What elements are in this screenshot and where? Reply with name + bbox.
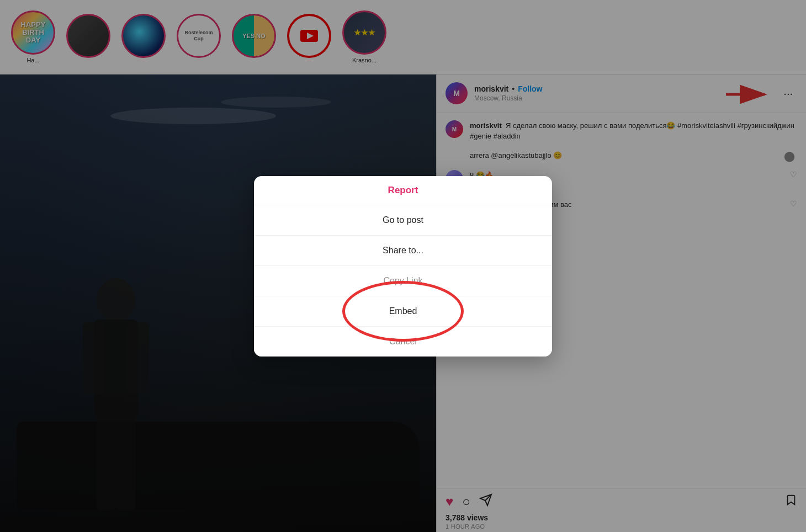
copy-link-item[interactable]: Copy Link [254,266,552,296]
embed-label: Embed [389,306,417,316]
go-to-post-item[interactable]: Go to post [254,205,552,236]
embed-item[interactable]: Embed [254,296,552,327]
modal-dialog: Report Go to post Share to... Copy Link … [254,176,552,357]
share-to-label: Share to... [383,246,423,256]
modal-title: Report [254,176,552,205]
cancel-item[interactable]: Cancel [254,327,552,357]
modal-overlay[interactable]: Report Go to post Share to... Copy Link … [0,0,806,532]
share-to-item[interactable]: Share to... [254,236,552,266]
go-to-post-label: Go to post [383,215,423,225]
copy-link-label: Copy Link [383,276,422,286]
cancel-label: Cancel [389,337,417,347]
